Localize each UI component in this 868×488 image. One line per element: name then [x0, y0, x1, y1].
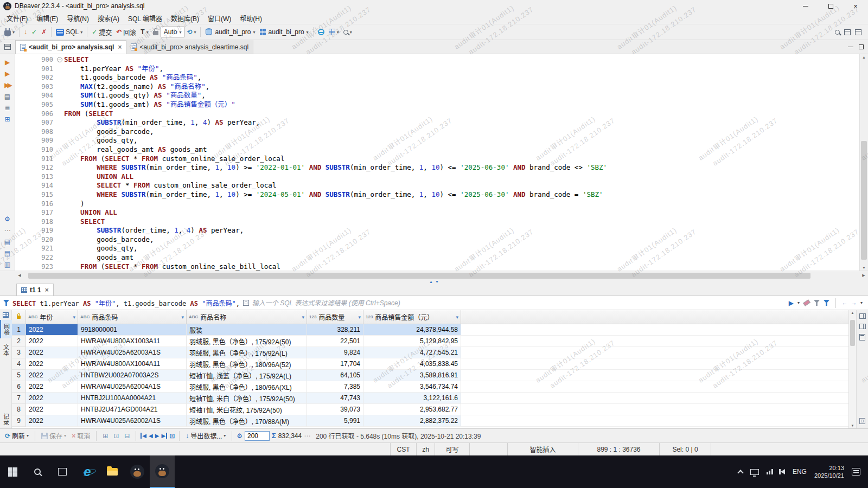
table-cell[interactable]: 5,129,842.95 — [363, 336, 461, 347]
table-cell[interactable]: 22,501 — [307, 336, 363, 347]
select-all-corner[interactable] — [12, 310, 26, 324]
row-number[interactable]: 9 — [12, 415, 26, 427]
table-cell[interactable]: HWRAW4U800AX1004A11 — [78, 358, 187, 370]
transaction-lock-button[interactable] — [151, 25, 161, 38]
first-row-button[interactable]: ◀ — [141, 433, 146, 439]
filter-menu-caret-icon[interactable]: ▾ — [860, 300, 863, 305]
filter-back-icon[interactable]: ← — [842, 300, 847, 306]
settings-gear-icon[interactable]: ⚙ — [4, 215, 10, 223]
table-cell[interactable]: 24,378,944.58 — [363, 324, 461, 336]
row-number[interactable]: 3 — [12, 347, 26, 358]
minimize-editor-icon[interactable] — [848, 47, 853, 47]
result-grid[interactable]: ABC年份▾ABC商品条码▾ABC商品名称▾123商品数量▾123商品销售金额（… — [12, 310, 848, 428]
internet-explorer-button[interactable]: e — [75, 455, 100, 488]
open-script-icon[interactable]: ▤ — [4, 249, 10, 257]
last-row-button[interactable]: ▶ — [161, 433, 167, 439]
export-data-button[interactable]: ↓导出数据...▾ — [184, 431, 227, 440]
hidden-icons-chevron-icon[interactable] — [737, 470, 743, 476]
table-cell[interactable]: 短袖T恤, 米白花纹, 175/92A(50) — [187, 404, 307, 415]
editor-vertical-scrollbar[interactable]: ▲ ▼ — [859, 54, 868, 271]
editor-tab-analysis[interactable]: <audit_bi_pro> analysis.sql × — [15, 40, 126, 54]
filter-icon[interactable] — [3, 300, 9, 306]
datasource-combo[interactable]: audit_bi_pro▾ — [203, 26, 257, 38]
table-cell[interactable]: HWRAW4U025A62004A1S — [78, 381, 187, 393]
fold-marker[interactable]: − — [55, 55, 64, 65]
table-cell[interactable]: 羽绒服, 黑色（净色）, 180/96A(52) — [187, 358, 307, 370]
filter-forward-icon[interactable]: → — [851, 300, 857, 306]
metadata-panel-icon[interactable] — [859, 324, 866, 329]
tab-grid-view[interactable]: 网格 — [0, 320, 12, 338]
export-script-icon[interactable]: ▥ — [4, 261, 10, 268]
rollback-icon-button[interactable]: ✗ — [39, 25, 49, 38]
row-number[interactable]: 4 — [12, 358, 26, 370]
duplicate-row-button[interactable]: ⊡ — [112, 432, 120, 440]
table-cell[interactable]: 2022 — [26, 381, 78, 393]
table-cell[interactable]: 39,073 — [307, 404, 363, 415]
code-line[interactable]: 912 WHERE SUBSTR(min_order_time, 1, 10) … — [15, 163, 859, 172]
code-line[interactable]: 921 goods_qty, — [15, 244, 859, 253]
save-button[interactable]: 保存▾ — [40, 431, 68, 440]
table-row[interactable]: 92022HWRAW4U025A62002A1S羽绒服, 黑色（净色）, 170… — [12, 415, 848, 427]
table-row[interactable]: 72022HNTBJ2U100AA0004A21短袖T恤, 米白（净色）, 17… — [12, 393, 848, 404]
toolbar-search-button[interactable]: ▾ — [341, 25, 354, 38]
menu-item[interactable]: 窗口(W) — [203, 12, 235, 24]
row-number[interactable]: 8 — [12, 404, 26, 415]
sql-editor-dropdown[interactable]: SQL▾ — [54, 25, 85, 38]
execute-script-icon[interactable]: ▶▶ — [4, 81, 10, 89]
input-language-indicator[interactable]: ENG — [793, 468, 807, 476]
grid-view-icon[interactable] — [3, 312, 9, 318]
column-filter-icon[interactable]: ▾ — [456, 314, 458, 320]
table-cell[interactable]: 4,727,545.21 — [363, 347, 461, 358]
table-cell[interactable]: HNTBJ2U471AGD004A21 — [78, 404, 187, 415]
quick-search-icon[interactable] — [835, 30, 840, 35]
action-center-icon[interactable] — [852, 468, 860, 476]
volume-tray-icon[interactable] — [781, 469, 785, 474]
table-cell[interactable]: 短袖T恤, 米白（净色）, 175/92A(50) — [187, 393, 307, 404]
layout-switch-icon[interactable] — [855, 29, 861, 35]
results-tab-t1[interactable]: t1 1 × — [16, 284, 54, 296]
custom-filter-icon[interactable] — [824, 300, 829, 306]
open-perspective-icon[interactable] — [844, 29, 851, 35]
menu-item[interactable]: SQL 编辑器 — [124, 12, 167, 24]
table-cell[interactable]: 4,035,838.45 — [363, 358, 461, 370]
table-cell[interactable]: 3,122,161.6 — [363, 393, 461, 404]
sql-editor[interactable]: 900−SELECT901 t1.perYear AS "年份",902 t1.… — [15, 54, 859, 271]
start-button[interactable] — [0, 455, 25, 488]
dbeaver-active-taskbar-button[interactable] — [150, 455, 175, 488]
column-header[interactable]: 123商品数量▾ — [307, 310, 363, 324]
clear-filter-icon[interactable] — [803, 299, 810, 306]
new-connection-button[interactable]: ▾ — [2, 25, 17, 38]
fetch-all-rows-button[interactable]: ⊡ — [169, 432, 175, 440]
row-count-sigma-icon[interactable]: Σ — [272, 432, 276, 440]
network-tray-icon[interactable] — [767, 469, 773, 474]
dbeaver-taskbar-button[interactable] — [125, 455, 150, 488]
code-line[interactable]: 902 t1.goods_barcode AS "商品条码", — [15, 73, 859, 82]
table-cell[interactable]: 2,953,682.77 — [363, 404, 461, 415]
code-line[interactable]: 916 ) — [15, 200, 859, 209]
table-cell[interactable]: 9,824 — [307, 347, 363, 358]
transaction-log-button[interactable]: ⟲▾ — [184, 25, 198, 38]
code-line[interactable]: 915 WHERE SUBSTR(min_order_time, 1, 10) … — [15, 190, 859, 200]
column-header[interactable]: ABC年份▾ — [26, 310, 78, 324]
schema-combo[interactable]: audit_bi_pro▾ — [258, 26, 311, 38]
table-cell[interactable]: 2022 — [26, 358, 78, 370]
column-header[interactable]: 123商品销售金额（元）▾ — [363, 310, 461, 324]
column-header[interactable]: ABC商品条码▾ — [78, 310, 187, 324]
table-row[interactable]: 32022HWRAW4U025A62003A1S羽绒服, 黑色（净色）, 175… — [12, 347, 848, 358]
table-row[interactable]: 120229918000001服装328,21124,378,944.58 — [12, 324, 848, 336]
file-explorer-button[interactable] — [100, 455, 125, 488]
refresh-button[interactable]: ⟳刷新▾ — [3, 431, 30, 440]
table-row[interactable]: 52022HNTBW2U002A07003A2S短袖T恤, 浅蓝（净色）, 17… — [12, 370, 848, 381]
row-number[interactable]: 7 — [12, 393, 26, 404]
maximize-editor-icon[interactable] — [859, 44, 864, 49]
tab-text-view[interactable]: 文本 — [1, 341, 11, 359]
table-cell[interactable]: 2022 — [26, 415, 78, 427]
add-row-button[interactable]: ⊞ — [101, 432, 110, 440]
grid-vertical-scrollbar[interactable]: ▲ ▼ — [848, 310, 856, 428]
code-line[interactable]: 909 goods_qty, — [15, 136, 859, 145]
scrollbar-thumb[interactable] — [28, 273, 810, 279]
code-line[interactable]: 906FROM (SELECT — [15, 110, 859, 119]
code-line[interactable]: 903 MAX(t2.goods_name) AS "商品名称", — [15, 82, 859, 92]
scrollbar-thumb[interactable] — [861, 141, 867, 260]
code-line[interactable]: 922 goods_amt — [15, 253, 859, 262]
